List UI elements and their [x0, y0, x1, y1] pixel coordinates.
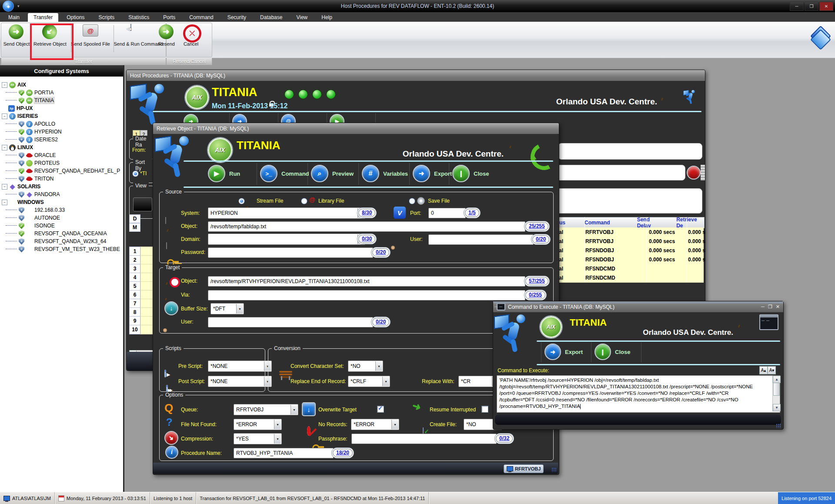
close-dialog-button[interactable]: ❙ Close: [595, 341, 630, 362]
export-button[interactable]: ➜ Export: [544, 341, 583, 362]
save-file-radio[interactable]: [409, 198, 415, 204]
tab-statistics[interactable]: Statistics: [123, 13, 155, 22]
close-dialog-button[interactable]: ❙ Close: [452, 163, 489, 184]
queue-combo[interactable]: RFRTVOBJ: [234, 404, 298, 415]
source-object-field[interactable]: /revsoft/temp/fabldap.txt: [208, 221, 525, 232]
tree-node-proteus[interactable]: PROTEUS: [2, 159, 122, 167]
cancel-button[interactable]: ⤫ Cancel: [180, 24, 202, 47]
tab-database[interactable]: Database: [254, 13, 288, 22]
tree-node-windows[interactable]: WINDOWS: [2, 198, 122, 206]
resend-button[interactable]: ➜ Resend: [154, 24, 179, 47]
target-object-field[interactable]: /revsoft/temp/RTVHYPERION/REVLDAP_TITANI…: [208, 276, 525, 287]
tree-node-revsoft-qanda-w2k3[interactable]: REVSOFT_QANDA_W2K3_64: [2, 237, 122, 245]
tree-node-triton[interactable]: TRITON: [2, 175, 122, 183]
convert-charset-combo[interactable]: *NO: [348, 360, 383, 372]
tab-scripts[interactable]: Scripts: [93, 13, 120, 22]
target-user-field[interactable]: [208, 317, 373, 327]
tab-transfer[interactable]: Transfer: [28, 13, 58, 22]
stream-file-radio[interactable]: [238, 198, 245, 204]
file-not-found-combo[interactable]: *ERROR: [234, 419, 282, 430]
sort-radio[interactable]: [132, 170, 139, 177]
tree-node-aix[interactable]: AIX: [2, 81, 122, 89]
replace-eor-combo[interactable]: *CRLF: [348, 376, 390, 387]
tree-node-hyperion[interactable]: HYPERION: [2, 128, 122, 136]
tree-node-revsoft-vm-test[interactable]: REVSOFT_VM_TEST_W23_THEBE: [2, 245, 122, 253]
tree-node-apollo[interactable]: APOLLO: [2, 120, 122, 128]
table-row[interactable]: alRFRTVOBJ0.000 secs0.000 s: [554, 237, 704, 246]
domain-combo[interactable]: [208, 234, 365, 245]
post-script-combo[interactable]: *NONE: [208, 376, 272, 387]
scroll-thumb[interactable]: [773, 383, 780, 396]
send-spooled-file-button[interactable]: @ Send Spooled File: [67, 24, 114, 47]
collapse-icon[interactable]: [2, 82, 7, 88]
minimize-button[interactable]: ─: [790, 2, 804, 11]
table-row[interactable]: alRFRTVOBJ0.000 secs0.000 s: [554, 227, 704, 237]
collapse-icon[interactable]: [2, 113, 7, 119]
table-row[interactable]: alRFSNDCMD: [554, 264, 704, 274]
collapse-icon[interactable]: [2, 184, 7, 190]
table-row[interactable]: alRFSNDCMD: [554, 273, 704, 283]
tab-view[interactable]: View: [291, 13, 313, 22]
overwrite-target-checkbox[interactable]: [377, 406, 384, 413]
collapse-icon[interactable]: [2, 200, 7, 205]
minimize-button[interactable]: ─: [761, 304, 765, 310]
transfer-table-header[interactable]: us Command Send Delay Retrieve De: [554, 217, 705, 228]
tree-node-linux[interactable]: LINUX: [2, 144, 122, 151]
tree-node-autonoe[interactable]: AUTONOE: [2, 214, 122, 222]
source-user-field[interactable]: [428, 234, 534, 245]
library-file-radio[interactable]: [301, 198, 307, 204]
tab-options[interactable]: Options: [61, 13, 90, 22]
tree-node-192-168-0-33[interactable]: 192.168.0.33: [2, 206, 122, 214]
port-field[interactable]: 0: [428, 208, 466, 218]
compression-combo[interactable]: *YES: [234, 433, 282, 444]
tree-node-hpux[interactable]: HP-UX: [2, 104, 122, 112]
tree-node-solaris[interactable]: SOLARIS: [2, 183, 122, 190]
maximize-button[interactable]: ❐: [768, 304, 772, 310]
tree-node-oracle[interactable]: ORACLE: [2, 151, 122, 159]
variables-button[interactable]: # Variables: [362, 163, 408, 184]
tree-node-revsoft-qanda-redhat[interactable]: REVSOFT_QANDA_REDHAT_EL_P: [2, 167, 122, 175]
buffer-size-combo[interactable]: *DFT: [210, 303, 244, 314]
passphrase-field[interactable]: [351, 434, 497, 444]
tree-node-portia[interactable]: PORTIA: [2, 89, 122, 97]
textarea-scrollbar[interactable]: ▲ ▼: [772, 376, 780, 411]
resume-interrupted-checkbox[interactable]: [481, 406, 488, 413]
tab-main[interactable]: Main: [3, 13, 25, 22]
command-button[interactable]: >_ Command: [260, 163, 309, 184]
no-records-combo[interactable]: *ERROR: [351, 419, 399, 430]
procedure-name-field[interactable]: RTVOBJ_HYP_TITANIA: [234, 448, 334, 458]
pre-script-combo[interactable]: *NONE: [208, 360, 272, 372]
host-window-titlebar[interactable]: Host Procedures - TITANIA (DB: MySQL): [127, 70, 705, 81]
tree-node-iseries2[interactable]: ISERIES2: [2, 136, 122, 144]
collapse-icon[interactable]: [2, 145, 7, 150]
font-decrease-button[interactable]: A▾: [768, 366, 776, 374]
table-row[interactable]: alRFSNDOBJ0.000 secs0.000 s: [554, 246, 704, 255]
maximize-button[interactable]: ❐: [805, 2, 818, 11]
retrieve-dialog-titlebar[interactable]: Retrieve Object - TITANIA (DB: MySQL): [153, 123, 559, 134]
tab-ports[interactable]: Ports: [157, 13, 181, 22]
close-button[interactable]: ✕: [776, 304, 780, 310]
tree-node-revsoft-qanda-oceania[interactable]: REVSOFT_QANDA_OCEANIA: [2, 230, 122, 237]
preview-button[interactable]: ⌕ Preview: [311, 163, 354, 184]
command-textarea[interactable]: 'PATH NAME'/rfrtvobj /source=HYPERION /o…: [497, 375, 780, 413]
tab-security[interactable]: Security: [222, 13, 252, 22]
tree-node-iseries[interactable]: ISERIES: [2, 112, 122, 120]
password-field[interactable]: [208, 247, 373, 258]
close-button[interactable]: ✕: [819, 2, 833, 11]
scroll-down-icon[interactable]: ▼: [773, 404, 781, 411]
via-field[interactable]: [208, 290, 525, 300]
command-dialog-titlebar[interactable]: Command to Execute - TITANIA (DB: MySQL)…: [493, 301, 783, 312]
tree-node-titania[interactable]: TITANIA: [2, 97, 122, 104]
export-button[interactable]: ➜ Export: [413, 163, 452, 184]
queue-status-chip[interactable]: RFRTVOBJ: [504, 464, 544, 473]
tab-command[interactable]: Command: [184, 13, 219, 22]
tree-node-isonoe[interactable]: ISONOE: [2, 222, 122, 230]
system-combo[interactable]: HYPERION: [208, 207, 365, 219]
stop-light-button[interactable]: [687, 166, 701, 180]
resize-grip[interactable]: [776, 424, 781, 428]
font-increase-button[interactable]: A▴: [759, 366, 768, 374]
scroll-up-icon[interactable]: ▲: [773, 376, 781, 383]
table-row[interactable]: alRFSNDOBJ0.000 secs0.000 s: [554, 255, 704, 264]
tree-node-pandora[interactable]: PANDORA: [2, 190, 122, 198]
resize-grip[interactable]: [551, 467, 557, 472]
